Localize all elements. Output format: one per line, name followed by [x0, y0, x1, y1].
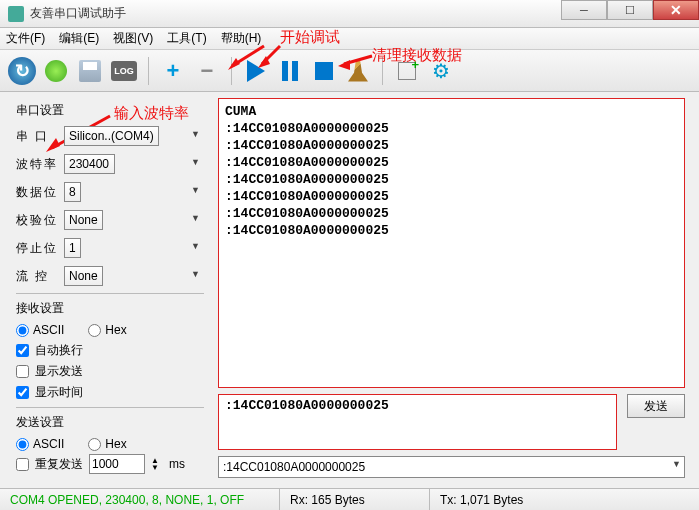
new-icon: [398, 62, 416, 80]
window-title: 友善串口调试助手: [30, 5, 126, 22]
menu-file[interactable]: 文件(F): [6, 30, 45, 47]
send-section-title: 发送设置: [16, 414, 204, 431]
clear-button[interactable]: [344, 57, 372, 85]
parity-label: 校验位: [16, 212, 64, 229]
showtime-checkbox[interactable]: [16, 386, 29, 399]
port-label: 串 口: [16, 128, 64, 145]
menu-view[interactable]: 视图(V): [113, 30, 153, 47]
interval-input[interactable]: [89, 454, 145, 474]
stopbits-select[interactable]: 1: [64, 238, 81, 258]
log-button[interactable]: LOG: [110, 57, 138, 85]
close-button[interactable]: ✕: [653, 0, 699, 20]
receive-area[interactable]: CUMA :14CC01080A0000000025 :14CC01080A00…: [218, 98, 685, 388]
port-select[interactable]: Silicon..(COM4): [64, 126, 159, 146]
separator: [148, 57, 149, 85]
minimize-button[interactable]: ─: [561, 0, 607, 20]
menu-bar: 文件(F) 编辑(E) 视图(V) 工具(T) 帮助(H): [0, 28, 699, 50]
toolbar: ↻ LOG + − ⚙: [0, 50, 699, 92]
baud-select[interactable]: 230400: [64, 154, 115, 174]
recv-hex-radio[interactable]: Hex: [88, 323, 126, 337]
settings-button[interactable]: ⚙: [427, 57, 455, 85]
log-icon: LOG: [111, 61, 137, 81]
stop-button[interactable]: [310, 57, 338, 85]
menu-help[interactable]: 帮助(H): [221, 30, 262, 47]
title-bar: 友善串口调试助手 ─ ☐ ✕: [0, 0, 699, 28]
save-button[interactable]: [76, 57, 104, 85]
recv-section-title: 接收设置: [16, 300, 204, 317]
recv-ascii-radio[interactable]: ASCII: [16, 323, 64, 337]
send-hex-radio[interactable]: Hex: [88, 437, 126, 451]
app-icon: [8, 6, 24, 22]
separator: [231, 57, 232, 85]
globe-button[interactable]: [42, 57, 70, 85]
status-tx: Tx: 1,071 Bytes: [430, 489, 699, 510]
send-button[interactable]: 发送: [627, 394, 685, 418]
pause-button[interactable]: [276, 57, 304, 85]
maximize-button[interactable]: ☐: [607, 0, 653, 20]
play-icon: [247, 60, 265, 82]
add-button[interactable]: +: [159, 57, 187, 85]
save-icon: [79, 60, 101, 82]
serial-section-title: 串口设置: [16, 102, 204, 119]
pause-icon: [282, 61, 298, 81]
start-button[interactable]: [242, 57, 270, 85]
stopbits-label: 停止位: [16, 240, 64, 257]
repeat-checkbox[interactable]: [16, 458, 29, 471]
showsend-checkbox[interactable]: [16, 365, 29, 378]
menu-edit[interactable]: 编辑(E): [59, 30, 99, 47]
flow-label: 流 控: [16, 268, 64, 285]
connect-button[interactable]: ↻: [8, 57, 36, 85]
status-bar: COM4 OPENED, 230400, 8, NONE, 1, OFF Rx:…: [0, 488, 699, 510]
status-connection: COM4 OPENED, 230400, 8, NONE, 1, OFF: [0, 489, 280, 510]
baud-label: 波特率: [16, 156, 64, 173]
send-history-combo[interactable]: [218, 456, 685, 478]
broom-icon: [348, 60, 368, 82]
left-panel: 串口设置 串 口 Silicon..(COM4) 波特率 230400 数据位 …: [0, 92, 214, 482]
autowrap-checkbox[interactable]: [16, 344, 29, 357]
showsend-label: 显示发送: [35, 363, 83, 380]
remove-button[interactable]: −: [193, 57, 221, 85]
globe-icon: [45, 60, 67, 82]
stop-icon: [315, 62, 333, 80]
databits-select[interactable]: 8: [64, 182, 81, 202]
menu-tools[interactable]: 工具(T): [167, 30, 206, 47]
autowrap-label: 自动换行: [35, 342, 83, 359]
databits-label: 数据位: [16, 184, 64, 201]
flow-select[interactable]: None: [64, 266, 103, 286]
status-rx: Rx: 165 Bytes: [280, 489, 430, 510]
new-button[interactable]: [393, 57, 421, 85]
repeat-label: 重复发送: [35, 456, 83, 473]
interval-unit: ms: [169, 457, 185, 471]
parity-select[interactable]: None: [64, 210, 103, 230]
send-ascii-radio[interactable]: ASCII: [16, 437, 64, 451]
right-panel: CUMA :14CC01080A0000000025 :14CC01080A00…: [214, 92, 699, 482]
send-area[interactable]: :14CC01080A0000000025: [218, 394, 617, 450]
separator: [382, 57, 383, 85]
showtime-label: 显示时间: [35, 384, 83, 401]
